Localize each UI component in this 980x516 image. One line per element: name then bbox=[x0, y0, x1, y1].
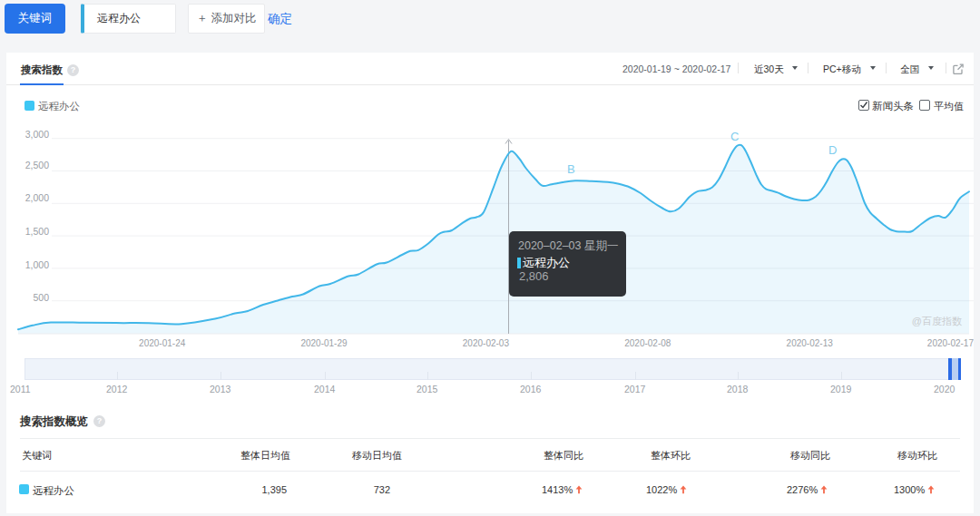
svg-text:2020-02-08: 2020-02-08 bbox=[624, 338, 671, 348]
svg-text:2020-02-13: 2020-02-13 bbox=[787, 338, 834, 348]
svg-text:2020-01-24: 2020-01-24 bbox=[139, 338, 186, 348]
svg-text:2020-02-17: 2020-02-17 bbox=[927, 338, 974, 348]
svg-text:2020-01-29: 2020-01-29 bbox=[300, 338, 348, 348]
svg-text:3,000: 3,000 bbox=[25, 129, 49, 140]
svg-text:2,000: 2,000 bbox=[25, 192, 49, 203]
svg-text:D: D bbox=[828, 143, 837, 157]
svg-text:2020-02-03: 2020-02-03 bbox=[463, 338, 510, 348]
svg-text:500: 500 bbox=[33, 292, 49, 303]
svg-text:@百度指数: @百度指数 bbox=[912, 316, 962, 326]
svg-text:1,500: 1,500 bbox=[25, 226, 49, 237]
svg-text:2,500: 2,500 bbox=[25, 160, 49, 170]
svg-text:B: B bbox=[567, 162, 575, 176]
svg-text:C: C bbox=[730, 130, 739, 143]
svg-text:1,000: 1,000 bbox=[25, 259, 49, 270]
